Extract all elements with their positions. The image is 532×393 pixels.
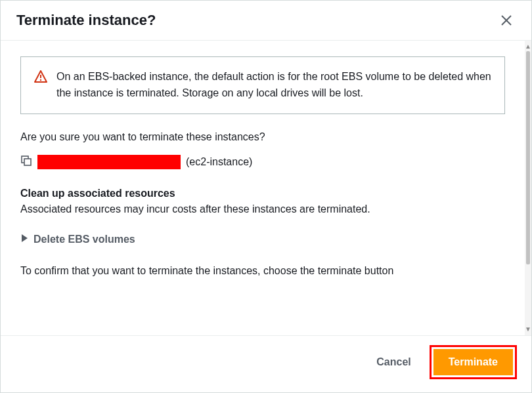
copy-icon[interactable] (20, 155, 32, 169)
warning-alert: On an EBS-backed instance, the default a… (20, 56, 505, 114)
cleanup-desc: Associated resources may incur costs aft… (20, 203, 505, 215)
dialog-title: Terminate instance? (16, 12, 156, 29)
dialog-header: Terminate instance? (1, 1, 531, 41)
instance-row: (ec2-instance) (20, 155, 505, 169)
instance-id-redacted (37, 155, 181, 169)
terminate-highlight: Terminate (430, 345, 517, 379)
scrollbar-down-icon: ▼ (525, 325, 531, 334)
svg-marker-7 (22, 234, 28, 242)
warning-icon (34, 70, 47, 102)
delete-ebs-expander[interactable]: Delete EBS volumes (20, 234, 505, 245)
warning-text: On an EBS-backed instance, the default a… (56, 69, 491, 102)
svg-point-4 (40, 79, 41, 81)
cancel-button[interactable]: Cancel (370, 351, 417, 373)
dialog-body-wrap: On an EBS-backed instance, the default a… (1, 41, 531, 335)
svg-rect-6 (24, 159, 31, 165)
scrollbar-track (525, 51, 531, 325)
caret-right-icon (20, 234, 28, 245)
close-icon (500, 14, 513, 27)
cleanup-heading: Clean up associated resources (20, 188, 505, 199)
vertical-scrollbar[interactable]: ▲ ▼ (525, 41, 531, 335)
instance-name: (ec2-instance) (186, 156, 252, 168)
confirm-question: Are you sure you want to terminate these… (20, 131, 505, 143)
expander-label: Delete EBS volumes (33, 234, 135, 245)
dialog-body: On an EBS-backed instance, the default a… (1, 41, 525, 335)
terminate-button[interactable]: Terminate (433, 349, 513, 375)
scrollbar-up-icon: ▲ (525, 42, 531, 51)
scrollbar-thumb[interactable] (526, 51, 530, 264)
confirm-instruction: To confirm that you want to terminate th… (20, 265, 505, 277)
terminate-instance-dialog: Terminate instance? On an EBS-backed ins… (0, 0, 532, 393)
dialog-footer: Cancel Terminate (1, 335, 531, 392)
close-button[interactable] (497, 11, 516, 30)
